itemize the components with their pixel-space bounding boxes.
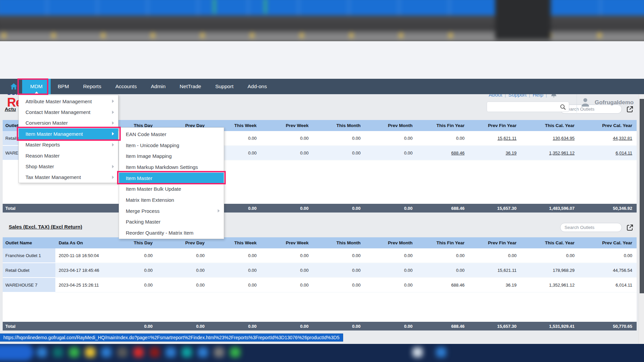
menu-item-label: Item Markup Markdown Settings [126, 164, 198, 170]
column-header-prev-week[interactable]: Prev Week [260, 120, 312, 131]
user-name: Gofrugaldemo [595, 99, 634, 106]
value-cell[interactable]: 1,352,961.12 [520, 146, 578, 160]
nav-item-bpm[interactable]: BPM [51, 79, 76, 94]
value-cell: 0.00 [208, 248, 260, 262]
total-value-cell: 0.00 [364, 322, 416, 330]
global-search-input[interactable] [487, 102, 569, 112]
value-cell: 0.00 [260, 263, 312, 277]
menu-item-attribute-master-management[interactable]: Attribute Master Management [19, 96, 118, 107]
column-header-prev-month[interactable]: Prev Month [364, 237, 416, 248]
data-as-on-cell: 2020-11-18 16:50:04 [55, 248, 104, 262]
section-2-title[interactable]: Sales (Excl. TAX) (Excl Return) [9, 224, 82, 230]
value-cell: 0.00 [578, 248, 636, 262]
menu-item-label: Item Image Mapping [126, 153, 172, 159]
value-cell: 0.00 [364, 146, 416, 160]
column-header-this-month[interactable]: This Month [312, 120, 364, 131]
column-header-prev-week[interactable]: Prev Week [260, 237, 312, 248]
table-row: Retail Outlet2023-04-17 18:45:460.000.00… [3, 263, 637, 278]
value-cell[interactable]: 15,621.11 [468, 131, 520, 145]
data-as-on-cell: 2023-04-17 18:45:46 [55, 263, 104, 277]
menu-item-contact-master-management[interactable]: Contact Master Management [19, 107, 118, 117]
column-header-prev-fin-year[interactable]: Prev Fin Year [468, 237, 520, 248]
menu-item-merge-process[interactable]: Merge Process [119, 205, 224, 217]
total-value-cell: 0.00 [260, 322, 312, 330]
menu-item-label: EAN Code Master [126, 131, 166, 137]
app-header: GOFRUGAL RetailEasy HEAD OFFICE About|Su… [0, 41, 644, 79]
menu-item-tax-master-management[interactable]: Tax Master Management [19, 172, 118, 183]
main-nav: MDMBPMReportsAccountsAdminNetTradeSuppor… [0, 79, 644, 94]
total-value-cell: 0.00 [156, 322, 208, 330]
menu-item-label: Packing Master [126, 219, 160, 225]
home-icon[interactable] [8, 82, 19, 90]
menu-item-ean-code-master[interactable]: EAN Code Master [119, 129, 224, 140]
search-icon[interactable] [560, 104, 566, 110]
column-header-prev-month[interactable]: Prev Month [364, 120, 416, 131]
value-cell: 0.00 [260, 278, 312, 292]
menu-item-label: Item Master [126, 175, 152, 181]
user-avatar-icon [580, 97, 591, 109]
submenu-arrow-icon [112, 111, 114, 114]
menu-item-item-master-bulk-update[interactable]: Item Master Bulk Update [119, 183, 224, 194]
nav-item-nettrade[interactable]: NetTrade [173, 79, 208, 94]
table-row: WAREHOUSE 72023-04-25 15:26:110.000.000.… [3, 278, 637, 293]
total-value-cell: 50,346.92 [578, 204, 636, 213]
scrollbar-thumb[interactable] [640, 99, 644, 293]
menu-item-packing-master[interactable]: Packing Master [119, 217, 224, 228]
data-as-on-cell: 2023-04-25 15:26:11 [55, 278, 104, 292]
value-cell[interactable]: 44,332.81 [578, 131, 636, 145]
global-search-box [487, 102, 569, 112]
column-header-this-month[interactable]: This Month [312, 237, 364, 248]
total-value-cell: 1,483,596.07 [520, 204, 578, 213]
total-value-cell: 15,657.30 [468, 204, 520, 213]
value-cell[interactable]: 36.19 [468, 146, 520, 160]
menu-item-label: Item - Unicode Mapping [126, 142, 179, 148]
value-cell: 0.00 [364, 248, 416, 262]
section-2-search-outlets-input[interactable] [560, 223, 622, 232]
windows-taskbar-blurred [0, 344, 644, 362]
value-cell[interactable]: 688.46 [416, 146, 468, 160]
menu-item-item-image-mapping[interactable]: Item Image Mapping [119, 150, 224, 162]
nav-item-add-ons[interactable]: Add-ons [240, 79, 274, 94]
value-cell: 0.00 [260, 248, 312, 262]
value-cell[interactable]: 130,634.95 [520, 131, 578, 145]
column-header-this-cal-year[interactable]: This Cal. Year [520, 237, 578, 248]
nav-item-mdm[interactable]: MDM [22, 79, 51, 94]
column-header-data-as-on[interactable]: Data As On [55, 237, 104, 248]
submenu-arrow-icon [112, 121, 114, 125]
value-cell: 0.00 [468, 248, 520, 262]
column-header-prev-fin-year[interactable]: Prev Fin Year [468, 120, 520, 131]
menu-item-conversion-master[interactable]: Conversion Master [19, 118, 118, 128]
menu-item-reason-master[interactable]: Reason Master [19, 150, 118, 161]
menu-item-label: Master Reports [25, 142, 60, 147]
user-menu[interactable]: Gofrugaldemo [580, 97, 634, 109]
nav-item-admin[interactable]: Admin [144, 79, 173, 94]
nav-item-support[interactable]: Support [208, 79, 240, 94]
menu-item-master-reports[interactable]: Master Reports [19, 139, 118, 150]
column-header-this-cal-year[interactable]: This Cal. Year [520, 120, 578, 131]
value-cell[interactable]: 6,014.11 [578, 146, 636, 160]
menu-item-label: Reason Master [25, 153, 60, 159]
total-label: Total [3, 322, 55, 330]
nav-item-reports[interactable]: Reports [76, 79, 108, 94]
value-cell: 0.00 [260, 146, 312, 160]
column-header-prev-cal-year[interactable]: Prev Cal. Year [578, 237, 636, 248]
submenu-arrow-icon [112, 100, 114, 103]
submenu-arrow-icon [112, 132, 114, 135]
column-header-this-fin-year[interactable]: This Fin Year [416, 237, 468, 248]
menu-item-shop-master[interactable]: Shop Master [19, 161, 118, 172]
menu-item-label: Merge Process [126, 208, 160, 214]
column-header-prev-cal-year[interactable]: Prev Cal. Year [578, 120, 636, 131]
menu-item-item-markup-markdown-settings[interactable]: Item Markup Markdown Settings [119, 162, 224, 173]
menu-item-item-master[interactable]: Item Master [119, 173, 224, 184]
menu-item-item-unicode-mapping[interactable]: Item - Unicode Mapping [119, 140, 224, 151]
menu-item-reorder-quantity-matrix-item[interactable]: Reorder Quantity - Matrix Item [119, 227, 224, 238]
column-header-this-fin-year[interactable]: This Fin Year [416, 120, 468, 131]
column-header-outlet-name[interactable]: Outlet Name [3, 237, 55, 248]
total-value-cell: 0.00 [312, 322, 364, 330]
value-cell: 0.00 [208, 278, 260, 292]
nav-item-accounts[interactable]: Accounts [108, 79, 144, 94]
menu-item-matrix-item-extension[interactable]: Matrix Item Extension [119, 194, 224, 205]
menu-item-item-master-management[interactable]: Item Master Management [19, 128, 118, 139]
external-link-icon[interactable] [626, 224, 634, 232]
scrollbar-track[interactable] [639, 94, 644, 344]
